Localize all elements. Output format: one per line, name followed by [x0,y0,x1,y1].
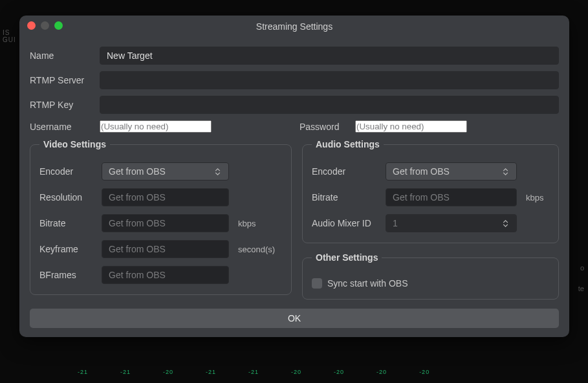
streaming-settings-dialog: Streaming Settings Name RTMP Server RTMP… [19,16,569,337]
other-settings-group: Other Settings Sync start with OBS [302,252,559,300]
video-resolution-input[interactable] [102,188,229,206]
audio-bitrate-unit: kbps [523,193,549,202]
titlebar: Streaming Settings [19,16,569,38]
video-bitrate-input[interactable] [102,214,229,232]
video-bframes-label: BFrames [39,270,95,280]
audio-bitrate-label: Bitrate [312,192,379,202]
username-label: Username [30,122,92,132]
password-input[interactable] [355,120,467,133]
audio-mixer-select[interactable]: 1 [386,214,517,232]
video-keyframe-unit: second(s) [235,245,282,254]
sync-start-label: Sync start with OBS [327,278,408,289]
video-keyframe-label: Keyframe [39,244,95,254]
audio-encoder-select[interactable]: Get from OBS [386,162,517,181]
password-label: Password [299,122,347,132]
rtmp-server-label: RTMP Server [30,75,92,85]
audio-settings-group: Audio Settings Encoder Get from OBS Bitr… [302,139,559,243]
ok-button[interactable]: OK [30,309,559,328]
audio-encoder-label: Encoder [312,166,379,177]
other-settings-legend: Other Settings [312,252,382,263]
video-encoder-select[interactable]: Get from OBS [102,162,229,181]
video-bitrate-label: Bitrate [39,218,95,228]
video-encoder-label: Encoder [39,166,95,177]
rtmp-server-input[interactable] [100,71,559,89]
audio-mixer-value: 1 [393,218,398,228]
audio-settings-legend: Audio Settings [312,139,384,149]
video-keyframe-input[interactable] [102,240,229,258]
name-label: Name [30,50,92,61]
chevron-updown-icon [213,168,222,175]
rtmp-key-label: RTMP Key [30,100,92,110]
video-bitrate-unit: kbps [235,219,282,228]
sync-start-checkbox[interactable] [312,278,322,289]
audio-encoder-value: Get from OBS [393,166,450,177]
audio-mixer-label: Audio Mixer ID [312,218,379,228]
name-input[interactable] [100,47,559,65]
close-window-button[interactable] [27,21,36,30]
window-controls [27,21,63,30]
audio-bitrate-input[interactable] [386,188,517,206]
video-encoder-value: Get from OBS [109,166,166,177]
video-bframes-input[interactable] [102,266,229,284]
video-resolution-label: Resolution [39,192,95,202]
rtmp-key-input[interactable] [100,96,559,114]
dialog-title: Streaming Settings [19,21,569,32]
minimize-window-button[interactable] [41,21,49,30]
zoom-window-button[interactable] [54,21,63,30]
video-settings-legend: Video Settings [39,139,110,149]
chevron-updown-icon [501,220,510,227]
chevron-updown-icon [501,168,510,175]
video-settings-group: Video Settings Encoder Get from OBS Reso… [30,139,292,295]
username-input[interactable] [100,120,212,133]
